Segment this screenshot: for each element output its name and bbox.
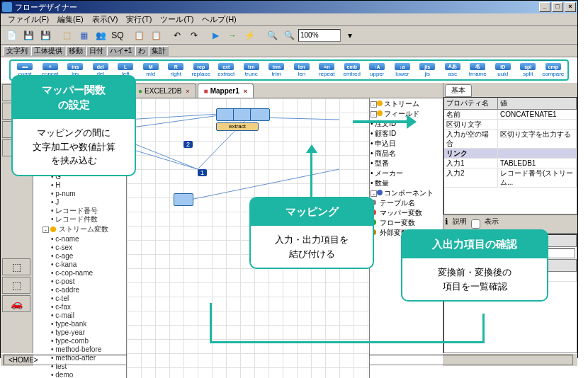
cat-6[interactable]: 集計 — [149, 46, 169, 56]
menu-tools[interactable]: ツール(T) — [156, 14, 198, 25]
callout-io-check: 入出力項目の確認 変換前・変換後の項目を一覧確認 — [401, 229, 548, 302]
people-button[interactable]: 👥 — [93, 28, 108, 43]
close-icon[interactable]: × — [244, 85, 247, 98]
callout2-connector — [310, 150, 312, 198]
category-toolbar: 文字列 工体提供 移動 日付 ハイ+1 わ 集計 — [1, 45, 577, 57]
menu-edit[interactable]: 編集(E) — [53, 14, 88, 25]
new-button[interactable]: 📄 — [4, 28, 19, 43]
callout3-head: 入出力項目の確認 — [401, 229, 548, 258]
tab-basic[interactable]: 基本 — [445, 84, 472, 97]
menu-file[interactable]: ファイル(F) — [4, 14, 53, 25]
maximize-button[interactable]: □ — [552, 2, 563, 12]
func-repeat[interactable]: ×nrepeat — [315, 63, 339, 77]
green-arrow-head-icon — [407, 115, 417, 129]
func-trunc[interactable]: trntrunc — [240, 63, 264, 77]
callout1-body: マッピングの間に文字加工や数値計算を挟み込む — [11, 118, 136, 176]
badge-1: 1 — [198, 169, 207, 176]
script-button[interactable]: SQ — [110, 28, 125, 43]
save-button[interactable]: 💾 — [21, 28, 36, 43]
property-panel: 基本 プロパティ名値 名前CONCATENATE1 区切り文字 入力が空の場合区… — [443, 83, 577, 353]
prop-tabs: 基本 — [443, 83, 577, 97]
pal-6[interactable]: ⬚ — [2, 277, 30, 294]
zoom-dropdown[interactable]: ▾ — [342, 28, 358, 43]
pal-5[interactable]: ⬚ — [2, 258, 30, 275]
paste-button[interactable]: 📋 — [148, 28, 164, 43]
func-compare[interactable]: cmpcompare — [542, 63, 565, 77]
btn-a[interactable]: ⬚ — [59, 28, 74, 43]
zoom-out-button[interactable]: 🔍 — [264, 28, 280, 43]
func-trname[interactable]: 名trname — [466, 63, 490, 77]
func-jis[interactable]: jisjis — [416, 63, 439, 77]
cat-5[interactable]: わ — [135, 46, 148, 56]
main-toolbar: 📄 💾 💾 ⬚ ▦ 👥 SQ 📋 📋 ↶ ↷ ▶ → ⚡ 🔍 🔍 ▾ — [1, 26, 577, 45]
callout1-head: マッパー関数の設定 — [11, 75, 136, 119]
close-icon[interactable]: × — [186, 85, 189, 98]
callout2-body: 入力・出力項目を結び付ける — [249, 224, 374, 269]
node-3[interactable] — [250, 108, 270, 121]
property-grid-1[interactable]: プロパティ名値 名前CONCATENATE1 区切り文字 入力が空の場合区切り文… — [443, 97, 577, 214]
save-all-button[interactable]: 💾 — [38, 28, 53, 43]
cat-1[interactable]: 工体提供 — [31, 46, 65, 56]
func-replace[interactable]: repreplace — [190, 63, 213, 77]
step-button[interactable]: → — [225, 28, 240, 43]
undo-button[interactable]: ↶ — [169, 28, 185, 43]
minimize-button[interactable]: _ — [539, 2, 550, 12]
title-bar: フローデザイナー _ □ × — [1, 1, 577, 13]
copy-button[interactable]: 📋 — [131, 28, 147, 43]
menu-bar: ファイル(F) 編集(E) 表示(V) 実行(T) ツール(T) ヘルプ(H) — [1, 13, 577, 26]
func-mid[interactable]: Mmid — [140, 63, 163, 77]
redo-button[interactable]: ↷ — [186, 28, 202, 43]
func-lower[interactable]: ↓alower — [391, 63, 414, 77]
callout-mapping: マッピング 入力・出力項目を結び付ける — [249, 197, 374, 269]
func-embed[interactable]: embembed — [341, 63, 364, 77]
menu-run[interactable]: 実行(T) — [122, 14, 156, 25]
run-button[interactable]: ▶ — [208, 28, 223, 43]
pal-7[interactable]: 🚗 — [2, 295, 30, 312]
menu-help[interactable]: ヘルプ(H) — [198, 14, 240, 25]
callout2-head: マッピング — [249, 197, 374, 226]
callout-mapper-function: マッパー関数の設定 マッピングの間に文字加工や数値計算を挟み込む — [11, 75, 136, 176]
status-home: <HOME> — [4, 355, 145, 365]
close-button[interactable]: × — [565, 2, 576, 12]
cat-0[interactable]: 文字列 — [4, 46, 30, 56]
callout2-arrow-icon — [306, 144, 317, 153]
extract-node[interactable]: extract — [216, 122, 259, 131]
func-extract[interactable]: extextract — [215, 63, 238, 77]
callout3-body: 変換前・変換後の項目を一覧確認 — [401, 257, 548, 302]
func-len[interactable]: lenlen — [290, 63, 314, 77]
window-title: フローデザイナー — [15, 2, 77, 13]
app-icon — [2, 2, 12, 12]
btn-b[interactable]: ▦ — [76, 28, 91, 43]
connector-right-vertical — [482, 314, 485, 343]
zoom-in-button[interactable]: 🔍 — [281, 28, 297, 43]
func-asc[interactable]: Aあasc — [441, 63, 465, 77]
green-arrow-shaft — [353, 120, 408, 123]
connector-left-vertical — [210, 303, 212, 343]
func-right[interactable]: Rright — [164, 63, 188, 77]
menu-view[interactable]: 表示(V) — [88, 14, 123, 25]
func-trim[interactable]: trmtrim — [265, 63, 288, 77]
cat-3[interactable]: 日付 — [86, 46, 106, 56]
app-window: フローデザイナー _ □ × ファイル(F) 編集(E) 表示(V) 実行(T)… — [0, 0, 578, 358]
func-upper[interactable]: ↑Aupper — [366, 63, 389, 77]
func-uuid[interactable]: IDuuid — [492, 63, 515, 77]
tab-mapper1[interactable]: ■Mapper1× — [198, 84, 254, 98]
cat-4[interactable]: ハイ+1 — [107, 46, 135, 56]
node-bottom[interactable] — [174, 193, 193, 206]
cat-2[interactable]: 移動 — [66, 46, 86, 56]
badge-2: 2 — [183, 141, 193, 148]
flash-button[interactable]: ⚡ — [242, 28, 257, 43]
func-split[interactable]: splsplit — [516, 63, 540, 77]
tab-excel2db[interactable]: ●EXCEL2DB× — [132, 84, 196, 98]
zoom-input[interactable] — [298, 29, 341, 42]
connector-horizontal — [210, 341, 485, 343]
